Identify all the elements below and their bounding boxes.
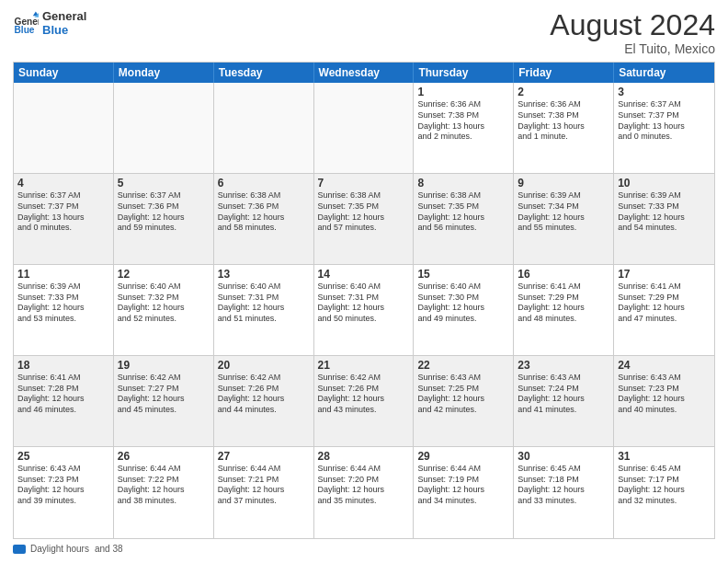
cell-line: Daylight: 12 hours	[118, 303, 210, 314]
logo-icon: General Blue	[13, 10, 39, 36]
cal-cell: 12Sunrise: 6:40 AMSunset: 7:32 PMDayligh…	[114, 265, 214, 355]
cal-cell: 7Sunrise: 6:38 AMSunset: 7:35 PMDaylight…	[314, 174, 415, 264]
cell-line: and 51 minutes.	[218, 314, 310, 325]
day-number: 6	[218, 177, 310, 190]
day-number: 1	[417, 86, 509, 98]
cal-cell: 16Sunrise: 6:41 AMSunset: 7:29 PMDayligh…	[514, 265, 614, 355]
cell-line: Sunset: 7:36 PM	[118, 201, 210, 213]
cal-cell: 28Sunrise: 6:44 AMSunset: 7:20 PMDayligh…	[314, 447, 415, 538]
cell-line: and 35 minutes.	[318, 496, 410, 507]
cell-line: and 0 minutes.	[17, 223, 109, 234]
day-number: 11	[17, 268, 109, 281]
cell-line: Daylight: 13 hours	[618, 121, 711, 132]
cell-line: and 46 minutes.	[17, 405, 109, 416]
cal-cell: 14Sunrise: 6:40 AMSunset: 7:31 PMDayligh…	[314, 265, 415, 355]
header-wednesday: Wednesday	[314, 63, 415, 83]
cell-line: Daylight: 12 hours	[417, 485, 509, 496]
cal-cell: 8Sunrise: 6:38 AMSunset: 7:35 PMDaylight…	[414, 174, 514, 264]
day-number: 8	[417, 177, 509, 190]
cal-cell: 10Sunrise: 6:39 AMSunset: 7:33 PMDayligh…	[614, 174, 714, 264]
cell-line: Sunrise: 6:36 AM	[417, 99, 509, 110]
cell-line: and 45 minutes.	[118, 405, 210, 416]
location: El Tuito, Mexico	[550, 41, 715, 56]
day-number: 17	[618, 268, 711, 281]
cal-cell: 4Sunrise: 6:37 AMSunset: 7:37 PMDaylight…	[14, 174, 114, 264]
cal-cell: 25Sunrise: 6:43 AMSunset: 7:23 PMDayligh…	[14, 447, 114, 538]
cell-line: and 41 minutes.	[518, 405, 609, 416]
cell-line: Sunrise: 6:42 AM	[218, 373, 310, 384]
cell-line: and 1 minute.	[518, 132, 609, 143]
cal-cell: 2Sunrise: 6:36 AMSunset: 7:38 PMDaylight…	[514, 83, 614, 173]
cell-line: Sunrise: 6:42 AM	[118, 373, 210, 384]
cell-line: Sunrise: 6:45 AM	[518, 464, 609, 475]
cell-line: Sunrise: 6:37 AM	[118, 190, 210, 201]
cell-line: and 2 minutes.	[417, 132, 509, 143]
cal-cell: 19Sunrise: 6:42 AMSunset: 7:27 PMDayligh…	[114, 356, 214, 446]
cell-line: and 57 minutes.	[318, 223, 410, 234]
cal-cell: 29Sunrise: 6:44 AMSunset: 7:19 PMDayligh…	[414, 447, 514, 538]
day-number: 2	[518, 86, 609, 98]
cell-line: Daylight: 12 hours	[17, 485, 109, 496]
day-number: 20	[218, 359, 310, 372]
calendar-row: 11Sunrise: 6:39 AMSunset: 7:33 PMDayligh…	[14, 265, 714, 356]
cell-line: and 55 minutes.	[518, 223, 609, 234]
header-friday: Friday	[514, 63, 614, 83]
cal-cell	[314, 83, 415, 173]
cell-line: Daylight: 13 hours	[518, 121, 609, 132]
cell-line: Sunset: 7:23 PM	[17, 475, 109, 486]
day-number: 4	[17, 177, 109, 190]
legend-color	[13, 545, 26, 554]
cell-line: and 32 minutes.	[618, 496, 711, 507]
cell-line: Sunrise: 6:44 AM	[218, 464, 310, 475]
cell-line: Sunset: 7:33 PM	[618, 201, 711, 213]
legend-box: Daylight hours	[13, 544, 89, 554]
cell-line: Sunrise: 6:40 AM	[417, 282, 509, 293]
cal-cell: 20Sunrise: 6:42 AMSunset: 7:26 PMDayligh…	[214, 356, 314, 446]
cell-line: Sunrise: 6:41 AM	[618, 282, 711, 293]
cal-cell: 15Sunrise: 6:40 AMSunset: 7:30 PMDayligh…	[414, 265, 514, 355]
day-number: 26	[118, 450, 210, 463]
day-number: 23	[518, 359, 609, 372]
cell-line: and 54 minutes.	[618, 223, 711, 234]
page-header: General Blue General Blue August 2024 El…	[13, 9, 715, 56]
cell-line: Sunrise: 6:43 AM	[417, 373, 509, 384]
cal-cell: 6Sunrise: 6:38 AMSunset: 7:36 PMDaylight…	[214, 174, 314, 264]
cell-line: Daylight: 12 hours	[618, 485, 711, 496]
cal-cell	[114, 83, 214, 173]
svg-text:Blue: Blue	[15, 25, 35, 35]
cell-line: Sunrise: 6:40 AM	[318, 282, 410, 293]
day-number: 19	[118, 359, 210, 372]
cell-line: and 58 minutes.	[218, 223, 310, 234]
cal-cell	[214, 83, 314, 173]
legend-label: Daylight hours	[30, 544, 89, 554]
cell-line: Sunset: 7:34 PM	[518, 201, 609, 213]
cell-line: Sunset: 7:37 PM	[618, 110, 711, 121]
cell-line: Sunrise: 6:37 AM	[618, 99, 711, 110]
cell-line: Sunset: 7:28 PM	[17, 384, 109, 395]
cell-line: Sunset: 7:20 PM	[318, 475, 410, 486]
cal-cell: 18Sunrise: 6:41 AMSunset: 7:28 PMDayligh…	[14, 356, 114, 446]
cell-line: Sunset: 7:30 PM	[417, 293, 509, 304]
footer: Daylight hours and 38	[13, 544, 715, 554]
logo-general: General	[42, 9, 86, 23]
cell-line: Sunset: 7:26 PM	[218, 384, 310, 395]
cell-line: Sunrise: 6:38 AM	[218, 190, 310, 201]
cell-line: Sunrise: 6:42 AM	[318, 373, 410, 384]
cell-line: Daylight: 12 hours	[17, 394, 109, 405]
cell-line: Sunrise: 6:39 AM	[618, 190, 711, 201]
calendar-body: 1Sunrise: 6:36 AMSunset: 7:38 PMDaylight…	[14, 83, 714, 538]
day-number: 18	[17, 359, 109, 372]
calendar-row: 4Sunrise: 6:37 AMSunset: 7:37 PMDaylight…	[14, 174, 714, 265]
day-number: 15	[417, 268, 509, 281]
cell-line: Sunrise: 6:41 AM	[17, 373, 109, 384]
day-number: 31	[618, 450, 711, 463]
cell-line: and 40 minutes.	[618, 405, 711, 416]
cell-line: and 50 minutes.	[318, 314, 410, 325]
day-number: 5	[118, 177, 210, 190]
cell-line: and 52 minutes.	[118, 314, 210, 325]
day-number: 25	[17, 450, 109, 463]
header-sunday: Sunday	[14, 63, 114, 83]
cell-line: Daylight: 12 hours	[618, 213, 711, 224]
cell-line: Daylight: 12 hours	[518, 303, 609, 314]
cell-line: Daylight: 12 hours	[318, 485, 410, 496]
